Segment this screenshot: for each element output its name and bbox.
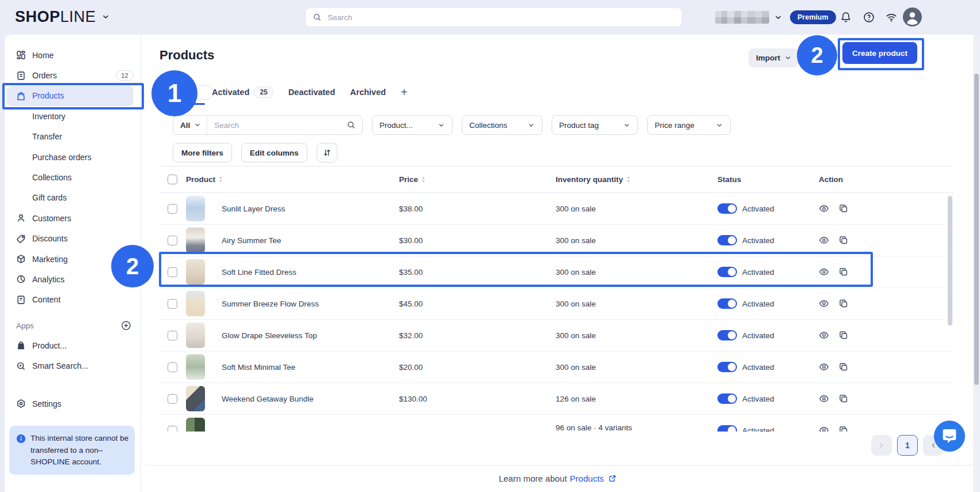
- preview-eye-icon[interactable]: [819, 203, 829, 214]
- pagination-prev-button[interactable]: [871, 435, 892, 456]
- page-scrollbar-track[interactable]: [973, 35, 980, 492]
- select-all-checkbox[interactable]: [168, 175, 177, 184]
- row-checkbox[interactable]: [168, 394, 177, 404]
- notifications-bell-icon[interactable]: [840, 11, 852, 24]
- sidebar-item-smart-search-app[interactable]: Smart Search...: [5, 355, 140, 376]
- network-status-wifi-icon[interactable]: [885, 11, 898, 24]
- store-chevron-down-icon[interactable]: [774, 13, 783, 22]
- table-row[interactable]: Weekend Getaway Bundle$130.00126 on sale…: [159, 383, 954, 415]
- create-product-button[interactable]: Create product: [842, 42, 917, 64]
- table-row[interactable]: Glow Drape Sleeveless Top$32.00300 on sa…: [159, 320, 954, 351]
- table-row[interactable]: Summer Breeze Flow Dress$45.00300 on sal…: [159, 288, 954, 320]
- preview-eye-icon[interactable]: [819, 298, 829, 309]
- tab-activated[interactable]: Activated25: [212, 86, 274, 98]
- preview-eye-icon[interactable]: [819, 330, 829, 340]
- preview-eye-icon[interactable]: [819, 362, 829, 372]
- duplicate-copy-icon[interactable]: [838, 298, 849, 309]
- account-avatar[interactable]: [903, 7, 922, 27]
- duplicate-copy-icon[interactable]: [838, 203, 849, 214]
- live-chat-bubble[interactable]: [934, 421, 965, 452]
- add-app-plus-icon[interactable]: [121, 320, 131, 331]
- more-filters-button[interactable]: More filters: [173, 143, 232, 162]
- sort-button[interactable]: [317, 143, 337, 162]
- status-toggle[interactable]: [717, 298, 737, 309]
- logo-chevron-down-icon[interactable]: [101, 13, 110, 21]
- global-search-input[interactable]: [326, 13, 675, 22]
- shopline-logo[interactable]: SHOPLINE: [15, 8, 110, 26]
- import-button[interactable]: Import: [749, 48, 799, 67]
- table-row[interactable]: Airy Summer Tee$30.00300 on saleActivate…: [159, 225, 954, 256]
- row-checkbox[interactable]: [168, 362, 177, 372]
- status-toggle[interactable]: [717, 203, 737, 214]
- duplicate-copy-icon[interactable]: [838, 330, 849, 340]
- store-name-redacted[interactable]: [715, 11, 769, 24]
- sidebar-item-products[interactable]: Products: [7, 86, 134, 106]
- table-row[interactable]: Soft Mist Minimal Tee$20.00300 on saleAc…: [159, 351, 954, 383]
- tab-archived[interactable]: Archived: [350, 88, 386, 97]
- sidebar-item-customers[interactable]: Customers: [5, 208, 140, 228]
- preview-eye-icon[interactable]: [819, 393, 829, 404]
- sidebar-item-analytics[interactable]: Analytics: [5, 269, 140, 289]
- preview-eye-icon[interactable]: [819, 267, 829, 277]
- sidebar-item-settings[interactable]: Settings: [5, 393, 140, 414]
- row-checkbox[interactable]: [168, 236, 177, 245]
- tab-label: Activated: [212, 88, 249, 97]
- preview-eye-icon[interactable]: [819, 425, 829, 432]
- sidebar-item-gift-cards[interactable]: Gift cards: [5, 188, 140, 208]
- filter-dropdown-price-range[interactable]: Price range: [647, 115, 731, 135]
- filter-dropdown-product[interactable]: Product...: [372, 115, 453, 135]
- global-search[interactable]: [305, 7, 682, 27]
- product-search-input[interactable]: [207, 121, 347, 130]
- status-toggle[interactable]: [717, 362, 737, 372]
- table-scrollbar-thumb[interactable]: [948, 196, 952, 326]
- sidebar-item-home[interactable]: Home: [5, 45, 140, 65]
- learn-more-products-link[interactable]: Products: [570, 474, 604, 483]
- row-checkbox[interactable]: [168, 267, 177, 277]
- column-header-inventory-quantity[interactable]: Inventory quantity: [556, 175, 717, 184]
- row-checkbox[interactable]: [168, 426, 177, 432]
- sidebar-item-content[interactable]: Content: [5, 290, 140, 310]
- duplicate-copy-icon[interactable]: [838, 393, 849, 404]
- search-icon[interactable]: [347, 120, 356, 130]
- status-toggle[interactable]: [717, 393, 737, 404]
- sidebar-item-orders[interactable]: Orders12: [5, 65, 140, 85]
- status-toggle[interactable]: [717, 425, 737, 432]
- filter-dropdown-collections[interactable]: Collections: [462, 115, 542, 135]
- add-tab-button[interactable]: +: [401, 86, 408, 99]
- row-checkbox[interactable]: [168, 331, 177, 340]
- status-toggle[interactable]: [717, 235, 737, 245]
- row-checkbox[interactable]: [168, 299, 177, 309]
- table-row[interactable]: Summer Comfort Bundle$50.0096 on sale · …: [159, 415, 954, 432]
- pagination-page-1-button[interactable]: 1: [897, 435, 918, 456]
- sidebar-item-collections[interactable]: Collections: [5, 167, 140, 187]
- preview-eye-icon[interactable]: [819, 235, 829, 245]
- help-icon[interactable]: [863, 11, 875, 24]
- table-row[interactable]: Soft Line Fitted Dress$35.00300 on saleA…: [159, 256, 954, 288]
- duplicate-copy-icon[interactable]: [838, 362, 849, 372]
- product-name: Glow Drape Sleeveless Top: [222, 331, 399, 340]
- column-header-product[interactable]: Product: [186, 175, 399, 184]
- status-toggle[interactable]: [717, 267, 737, 277]
- sidebar-item-purchase-orders[interactable]: Purchase orders: [5, 147, 140, 167]
- footer-divider: [146, 465, 973, 465]
- duplicate-copy-icon[interactable]: [838, 425, 849, 432]
- sidebar-item-product-app[interactable]: Product...: [5, 335, 140, 355]
- duplicate-copy-icon[interactable]: [838, 235, 849, 245]
- sidebar-item-transfer[interactable]: Transfer: [5, 127, 140, 147]
- duplicate-copy-icon[interactable]: [838, 267, 849, 277]
- table-row[interactable]: Sunlit Layer Dress$38.00300 on saleActiv…: [159, 193, 954, 225]
- row-checkbox[interactable]: [168, 204, 177, 214]
- sidebar-item-marketing[interactable]: Marketing: [5, 249, 140, 269]
- status-toggle[interactable]: [717, 330, 737, 340]
- filter-dropdown-label: Product...: [379, 121, 413, 130]
- sidebar-item-inventory[interactable]: Inventory: [5, 106, 140, 126]
- filter-dropdown-product-tag[interactable]: Product tag: [552, 115, 638, 135]
- search-scope-dropdown[interactable]: All: [173, 116, 207, 134]
- page-scrollbar-thumb[interactable]: [974, 74, 979, 385]
- column-header-price[interactable]: Price: [399, 175, 556, 184]
- tab-deactivated[interactable]: Deactivated: [288, 88, 335, 97]
- edit-columns-button[interactable]: Edit columns: [241, 143, 307, 162]
- sidebar-item-discounts[interactable]: Discounts: [5, 229, 140, 249]
- external-link-icon[interactable]: [608, 474, 617, 483]
- column-header-label: Price: [399, 175, 418, 184]
